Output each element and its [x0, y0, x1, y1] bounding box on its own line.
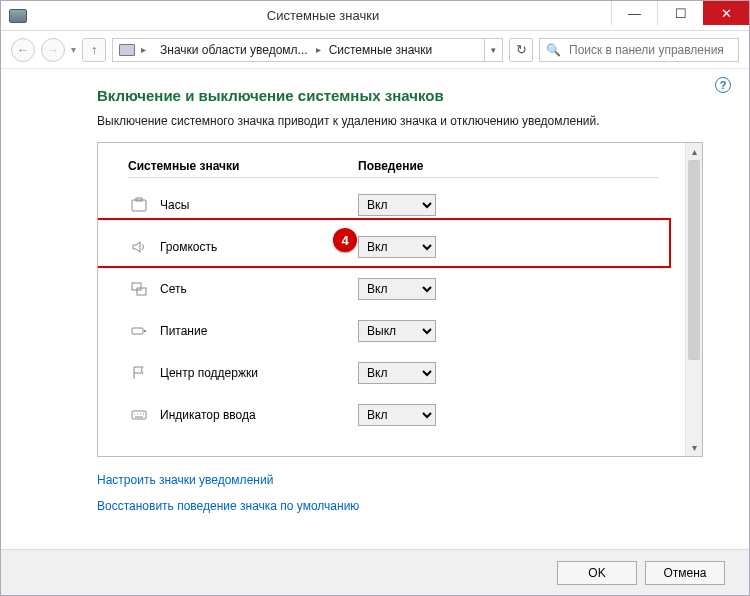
scrollbar[interactable]: ▴ ▾: [685, 143, 702, 456]
breadcrumb-notification-icons[interactable]: Значки области уведомл...: [154, 43, 314, 57]
titlebar: Системные значки — ☐ ✕: [1, 1, 749, 31]
refresh-button[interactable]: ↻: [509, 38, 533, 62]
power-icon: [128, 323, 150, 339]
search-input[interactable]: [567, 42, 732, 58]
row-label: Громкость: [160, 240, 358, 254]
scroll-up-icon[interactable]: ▴: [686, 143, 702, 160]
column-header-icons: Системные значки: [128, 159, 358, 173]
history-dropdown[interactable]: ▾: [71, 44, 76, 55]
app-icon: [9, 9, 27, 23]
row-label: Питание: [160, 324, 358, 338]
close-button[interactable]: ✕: [703, 1, 749, 25]
up-button[interactable]: ↑: [82, 38, 106, 62]
scroll-down-icon[interactable]: ▾: [686, 439, 702, 456]
navbar: ← → ▾ ↑ ▸ Значки области уведомл... ▸ Си…: [1, 31, 749, 69]
scroll-thumb[interactable]: [688, 160, 700, 360]
behavior-select-input[interactable]: Вкл: [358, 404, 436, 426]
control-panel-icon: [119, 44, 135, 56]
minimize-button[interactable]: —: [611, 1, 657, 25]
row-clock: Часы Вкл: [128, 184, 675, 226]
chevron-right-icon: ▸: [314, 44, 323, 55]
row-input-indicator: Индикатор ввода Вкл: [128, 394, 675, 436]
flag-icon: [128, 365, 150, 381]
svg-rect-5: [144, 330, 146, 332]
row-network: Сеть Вкл: [128, 268, 675, 310]
keyboard-icon: [128, 407, 150, 423]
ok-button[interactable]: OK: [557, 561, 637, 585]
column-header-behavior: Поведение: [358, 159, 498, 173]
link-customize-icons[interactable]: Настроить значки уведомлений: [97, 473, 713, 487]
forward-button[interactable]: →: [41, 38, 65, 62]
help-icon[interactable]: ?: [715, 77, 731, 93]
address-bar[interactable]: ▸ Значки области уведомл... ▸ Системные …: [112, 38, 503, 62]
search-icon: 🔍: [546, 43, 561, 57]
footer: OK Отмена: [1, 549, 749, 595]
row-label: Центр поддержки: [160, 366, 358, 380]
row-label: Индикатор ввода: [160, 408, 358, 422]
window-title: Системные значки: [35, 8, 611, 23]
behavior-select-power[interactable]: Выкл: [358, 320, 436, 342]
page-heading: Включение и выключение системных значков: [97, 87, 713, 104]
address-dropdown[interactable]: ▾: [484, 39, 502, 61]
cancel-button[interactable]: Отмена: [645, 561, 725, 585]
row-label: Часы: [160, 198, 358, 212]
behavior-select-clock[interactable]: Вкл: [358, 194, 436, 216]
svg-rect-6: [132, 411, 146, 419]
link-restore-defaults[interactable]: Восстановить поведение значка по умолчан…: [97, 499, 713, 513]
behavior-select-volume[interactable]: Вкл: [358, 236, 436, 258]
behavior-select-network[interactable]: Вкл: [358, 278, 436, 300]
volume-icon: [128, 239, 150, 255]
svg-rect-0: [132, 200, 146, 211]
svg-rect-4: [132, 328, 143, 334]
row-label: Сеть: [160, 282, 358, 296]
breadcrumb-system-icons[interactable]: Системные значки: [323, 43, 439, 57]
back-button[interactable]: ←: [11, 38, 35, 62]
row-power: Питание Выкл: [128, 310, 675, 352]
network-icon: [128, 281, 150, 297]
search-box[interactable]: 🔍: [539, 38, 739, 62]
maximize-button[interactable]: ☐: [657, 1, 703, 25]
icons-panel: ▴ ▾ Системные значки Поведение 4 Часы Вк…: [97, 142, 703, 457]
clock-icon: [128, 197, 150, 213]
step-badge: 4: [333, 228, 357, 252]
row-action-center: Центр поддержки Вкл: [128, 352, 675, 394]
row-volume: Громкость Вкл: [128, 226, 675, 268]
behavior-select-action-center[interactable]: Вкл: [358, 362, 436, 384]
page-description: Выключение системного значка приводит к …: [97, 114, 713, 128]
